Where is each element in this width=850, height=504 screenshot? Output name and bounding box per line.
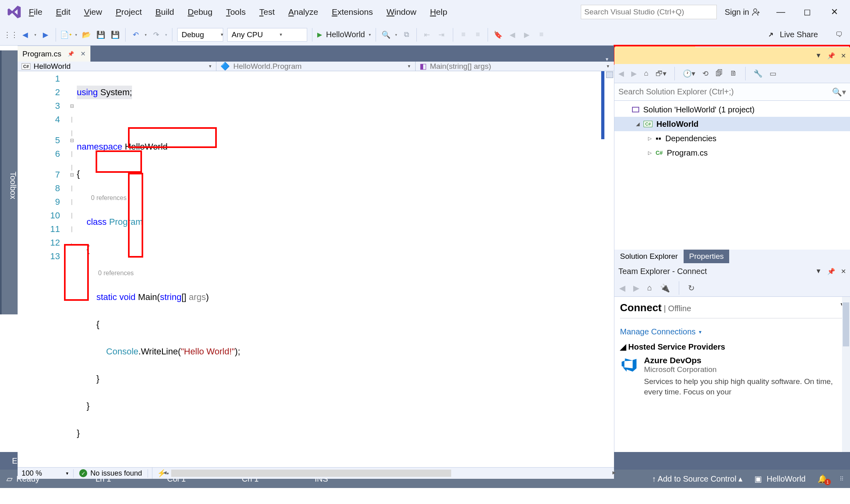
se-back-icon[interactable]: ◀ — [618, 69, 624, 78]
global-search-input[interactable]: Search Visual Studio (Ctrl+Q) — [581, 5, 717, 19]
menu-test[interactable]: Test — [259, 7, 275, 17]
nav-project-combo[interactable]: C#HelloWorld▼ — [18, 62, 216, 71]
expander-icon[interactable]: ▷ — [648, 150, 652, 156]
toolbox-panel[interactable]: Toolbox — [0, 50, 18, 314]
manage-connections-link[interactable]: Manage Connections▼ — [620, 327, 702, 336]
menu-extensions[interactable]: Extensions — [332, 7, 373, 17]
add-source-control-button[interactable]: ↑ Add to Source Control ▴ — [652, 474, 743, 484]
menu-analyze[interactable]: Analyze — [288, 7, 318, 17]
panel-close-icon[interactable]: ✕ — [841, 268, 846, 275]
open-icon[interactable]: 📂 — [81, 30, 92, 40]
zoom-combo[interactable]: 100 %▼ — [18, 469, 74, 478]
maximize-icon[interactable]: ◻ — [804, 7, 811, 17]
se-sync-icon[interactable]: 🗗▾ — [656, 69, 666, 78]
notifications-button[interactable]: 🔔1 — [818, 474, 828, 484]
menu-file[interactable]: File — [29, 7, 42, 17]
expander-icon[interactable]: ▷ — [648, 136, 652, 141]
provider-azure-devops[interactable]: Azure DevOps Microsoft Corporation Servi… — [620, 356, 844, 397]
solution-tree[interactable]: Solution 'HelloWorld' (1 project) ◢ C# H… — [614, 101, 850, 250]
se-preview-icon[interactable]: ▭ — [770, 69, 776, 78]
redo-icon[interactable]: ↷ — [151, 30, 161, 40]
se-showall-icon[interactable]: 🗎 — [730, 69, 737, 78]
sign-in-button[interactable]: Sign in — [725, 8, 760, 17]
team-explorer-toolbar: ◀ ▶ ⌂ 🔌 ↻ — [614, 279, 850, 297]
main-menu: File Edit View Project Build Debug Tools… — [29, 7, 581, 17]
tab-properties[interactable]: Properties — [684, 250, 730, 263]
menu-edit[interactable]: Edit — [56, 7, 70, 17]
method-icon: ◧ — [420, 62, 427, 71]
hosted-providers-section[interactable]: ◢ Hosted Service Providers — [620, 342, 844, 352]
se-forward-icon[interactable]: ▶ — [631, 69, 637, 78]
se-home-icon[interactable]: ⌂ — [644, 69, 648, 78]
se-collapse-icon[interactable]: 🗐 — [716, 69, 723, 78]
panel-pin-icon[interactable]: 📌 — [827, 52, 835, 60]
se-history-icon[interactable]: 🕐▾ — [683, 69, 695, 78]
class-icon: 🔷 — [220, 62, 230, 71]
te-back-icon[interactable]: ◀ — [619, 283, 625, 293]
menu-build[interactable]: Build — [156, 7, 174, 17]
new-project-icon[interactable]: 📄✦ — [61, 30, 71, 40]
expander-icon[interactable]: ◢ — [636, 121, 640, 127]
nav-class-combo[interactable]: 🔷HelloWorld.Program▼ — [216, 62, 415, 71]
save-icon[interactable]: 💾 — [96, 30, 106, 40]
team-explorer-scrollbar[interactable] — [842, 297, 850, 452]
standard-toolbar: ⋮⋮ ◀▾ ▶ 📄✦▾ 📂 💾 💾 ↶▾ ↷▾ Debug▼ Any CPU▼ … — [0, 24, 850, 46]
team-explorer-title[interactable]: Team Explorer - Connect — [618, 267, 707, 276]
code-editor[interactable]: 1234 56 78910111213 ⊟│ │ ⊟│ │ ⊟││││⌞ usi… — [18, 71, 614, 467]
csharp-project-icon: C# — [22, 63, 30, 70]
te-refresh-icon[interactable]: ↻ — [688, 283, 695, 293]
live-share-button[interactable]: Live Share — [768, 30, 818, 39]
te-home-icon[interactable]: ⌂ — [647, 283, 652, 292]
status-project[interactable]: ▣ HelloWorld — [754, 474, 806, 484]
panel-dropdown-icon[interactable]: ▼ — [815, 52, 822, 60]
tree-dependencies-node[interactable]: ▷ ▪▪ Dependencies — [614, 131, 850, 146]
drag-handle-icon[interactable]: ⋮⋮ — [6, 30, 16, 40]
solution-icon — [632, 106, 639, 113]
close-icon[interactable]: ✕ — [831, 7, 838, 17]
menu-help[interactable]: Help — [430, 7, 447, 17]
feedback-icon[interactable]: 🗨 — [834, 30, 844, 40]
outlining-margin[interactable]: ⊟│ │ ⊟│ │ ⊟││││⌞ — [67, 71, 77, 467]
document-tab-program-cs[interactable]: Program.cs 📌 ✕ — [18, 46, 90, 62]
tree-program-cs-node[interactable]: ▷ C# Program.cs — [614, 146, 850, 160]
solution-explorer-search[interactable]: Search Solution Explorer (Ctrl+;) 🔍▾ — [614, 83, 850, 101]
tab-solution-explorer[interactable]: Solution Explorer — [614, 250, 684, 263]
platform-combo[interactable]: Any CPU▼ — [227, 28, 307, 42]
nav-member-combo[interactable]: ◧Main(string[] args)▼ — [416, 62, 614, 71]
find-in-files-icon[interactable]: 🔍 — [381, 30, 391, 40]
se-properties-icon[interactable]: 🔧 — [754, 69, 762, 78]
te-forward-icon[interactable]: ▶ — [633, 283, 639, 293]
configuration-combo[interactable]: Debug▼ — [177, 28, 223, 42]
panel-dropdown-icon[interactable]: ▼ — [815, 268, 822, 275]
menu-view[interactable]: View — [84, 7, 102, 17]
pin-icon[interactable]: 📌 — [68, 51, 74, 57]
menu-tools[interactable]: Tools — [226, 7, 246, 17]
menu-project[interactable]: Project — [116, 7, 142, 17]
menu-window[interactable]: Window — [386, 7, 416, 17]
horizontal-scrollbar[interactable]: ◀▶ — [171, 469, 612, 477]
code-text[interactable]: using System; namespace HelloWorld { 0 r… — [77, 71, 614, 467]
nav-forward-icon[interactable]: ▶ — [40, 30, 51, 40]
azure-devops-icon — [620, 356, 638, 373]
tab-overflow-icon[interactable]: ▼ — [605, 57, 609, 62]
undo-icon[interactable]: ↶ — [130, 30, 141, 40]
panel-pin-icon[interactable]: 📌 — [827, 268, 835, 275]
menu-debug[interactable]: Debug — [188, 7, 212, 17]
te-plug-icon[interactable]: 🔌 — [660, 283, 670, 293]
minimize-icon[interactable]: — — [776, 7, 784, 17]
svg-point-0 — [754, 9, 757, 12]
tab-close-icon[interactable]: ✕ — [80, 50, 86, 58]
save-all-icon[interactable]: 💾 — [110, 30, 120, 40]
overview-ruler[interactable] — [601, 71, 605, 467]
status-resize-grip-icon[interactable]: ⠿ — [840, 476, 844, 482]
bookmark-icon[interactable]: 🔖 — [493, 30, 503, 40]
split-handle-icon[interactable] — [606, 72, 613, 78]
panel-close-icon[interactable]: ✕ — [841, 52, 846, 60]
nav-back-icon[interactable]: ◀ — [20, 30, 30, 40]
live-share-icon — [768, 31, 776, 39]
se-refresh-icon[interactable]: ⟲ — [702, 69, 708, 78]
tree-solution-node[interactable]: Solution 'HelloWorld' (1 project) — [614, 102, 850, 117]
tree-project-node[interactable]: ◢ C# HelloWorld — [614, 117, 850, 131]
issues-indicator[interactable]: ✓No issues found — [74, 469, 148, 478]
start-debugging-button[interactable]: ▶ HelloWorld ▾ — [317, 30, 371, 39]
